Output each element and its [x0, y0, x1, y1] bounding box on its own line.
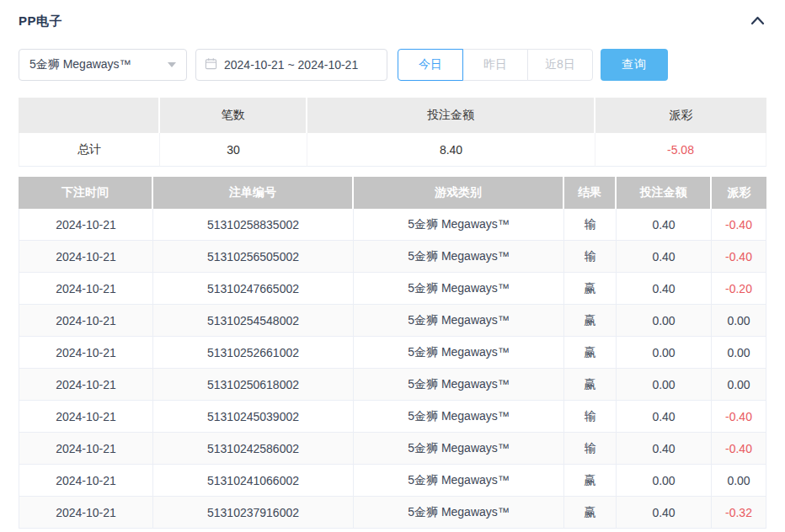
payout-cell: -0.40 — [712, 241, 766, 273]
summary-total-bet-amount: 8.40 — [307, 133, 595, 167]
game-type-cell: 5金狮 Megaways™ — [354, 305, 564, 337]
pp-electronics-panel: PP电子 5金狮 Megaways™ 2024-10-21 ~ 2024-10-… — [0, 0, 785, 529]
payout-cell: 0.00 — [712, 465, 766, 497]
bet-amount-cell: 0.40 — [617, 273, 712, 305]
panel-header: PP电子 — [19, 12, 766, 30]
game-type-cell: 5金狮 Megaways™ — [354, 433, 564, 465]
order-no-cell: 51310237916002 — [153, 497, 354, 529]
result-cell: 输 — [564, 241, 617, 273]
order-no-cell: 51310250618002 — [153, 369, 354, 401]
game-type-cell: 5金狮 Megaways™ — [354, 497, 564, 529]
game-type-cell: 5金狮 Megaways™ — [354, 465, 564, 497]
range-button-yesterday[interactable]: 昨日 — [462, 49, 528, 81]
date-range-input[interactable]: 2024-10-21 ~ 2024-10-21 — [195, 49, 387, 81]
chevron-down-icon — [168, 62, 176, 67]
filter-bar: 5金狮 Megaways™ 2024-10-21 ~ 2024-10-21 今日… — [19, 49, 766, 81]
payout-cell: -0.40 — [712, 401, 766, 433]
result-cell: 赢 — [564, 369, 617, 401]
page-title: PP电子 — [19, 13, 62, 29]
game-type-cell: 5金狮 Megaways™ — [354, 241, 564, 273]
bet-time-cell: 2024-10-21 — [19, 465, 153, 497]
payout-cell: 0.00 — [712, 337, 766, 369]
table-row: 2024-10-21513102379160025金狮 Megaways™赢0.… — [19, 497, 766, 529]
order-no-cell: 51310247665002 — [153, 273, 354, 305]
game-type-cell: 5金狮 Megaways™ — [354, 209, 564, 241]
search-button[interactable]: 查询 — [601, 49, 668, 81]
result-cell: 赢 — [564, 497, 617, 529]
date-range-value: 2024-10-21 ~ 2024-10-21 — [224, 58, 358, 72]
bet-amount-cell: 0.40 — [617, 209, 712, 241]
header-order-no: 注单编号 — [153, 177, 354, 209]
table-row: 2024-10-21513102450390025金狮 Megaways™输0.… — [19, 401, 766, 433]
bet-time-cell: 2024-10-21 — [19, 273, 153, 305]
summary-total-payout: -5.08 — [595, 133, 766, 167]
game-type-cell: 5金狮 Megaways™ — [354, 273, 564, 305]
result-cell: 赢 — [564, 337, 617, 369]
bet-time-cell: 2024-10-21 — [19, 337, 153, 369]
summary-table: 笔数 投注金额 派彩 总计 30 8.40 -5.08 — [19, 98, 766, 167]
result-cell: 输 — [564, 401, 617, 433]
summary-header-blank — [19, 98, 160, 133]
summary-header-count: 笔数 — [160, 98, 307, 133]
bet-time-cell: 2024-10-21 — [19, 433, 153, 465]
summary-header-payout: 派彩 — [595, 98, 766, 133]
range-button-last8days[interactable]: 近8日 — [527, 49, 593, 81]
collapse-button[interactable] — [748, 12, 766, 30]
bet-time-cell: 2024-10-21 — [19, 241, 153, 273]
result-cell: 赢 — [564, 465, 617, 497]
bet-time-cell: 2024-10-21 — [19, 305, 153, 337]
summary-header-row: 笔数 投注金额 派彩 — [19, 98, 766, 133]
game-type-cell: 5金狮 Megaways™ — [354, 401, 564, 433]
summary-total-row: 总计 30 8.40 -5.08 — [19, 133, 766, 167]
order-no-cell: 51310258835002 — [153, 209, 354, 241]
bet-time-cell: 2024-10-21 — [19, 497, 153, 529]
bet-amount-cell: 0.40 — [617, 241, 712, 273]
payout-cell: -0.40 — [712, 209, 766, 241]
result-cell: 赢 — [564, 305, 617, 337]
chevron-up-icon — [750, 15, 765, 28]
bet-amount-cell: 0.00 — [617, 369, 712, 401]
result-cell: 赢 — [564, 273, 617, 305]
summary-total-label: 总计 — [19, 133, 160, 167]
bet-time-cell: 2024-10-21 — [19, 401, 153, 433]
payout-cell: 0.00 — [712, 305, 766, 337]
bet-time-cell: 2024-10-21 — [19, 209, 153, 241]
order-no-cell: 51310241066002 — [153, 465, 354, 497]
header-bet-amount: 投注金额 — [617, 177, 712, 209]
table-row: 2024-10-21513102506180025金狮 Megaways™赢0.… — [19, 369, 766, 401]
bet-amount-cell: 0.00 — [617, 465, 712, 497]
table-row: 2024-10-21513102545480025金狮 Megaways™赢0.… — [19, 305, 766, 337]
bet-table-header-row: 下注时间 注单编号 游戏类别 结果 投注金额 派彩 — [19, 177, 766, 209]
payout-cell: -0.40 — [712, 433, 766, 465]
result-cell: 输 — [564, 209, 617, 241]
order-no-cell: 51310245039002 — [153, 401, 354, 433]
quick-range-group: 今日 昨日 近8日 — [398, 49, 593, 81]
payout-cell: 0.00 — [712, 369, 766, 401]
range-button-today[interactable]: 今日 — [398, 49, 463, 81]
header-result: 结果 — [564, 177, 617, 209]
game-type-cell: 5金狮 Megaways™ — [354, 337, 564, 369]
header-payout: 派彩 — [712, 177, 766, 209]
bet-amount-cell: 0.40 — [617, 401, 712, 433]
order-no-cell: 51310242586002 — [153, 433, 354, 465]
table-row: 2024-10-21513102588350025金狮 Megaways™输0.… — [19, 209, 766, 241]
summary-header-bet-amount: 投注金额 — [307, 98, 595, 133]
bet-amount-cell: 0.40 — [617, 433, 712, 465]
payout-cell: -0.20 — [712, 273, 766, 305]
calendar-icon — [205, 57, 217, 73]
bet-table-body: 2024-10-21513102588350025金狮 Megaways™输0.… — [19, 209, 766, 529]
bet-time-cell: 2024-10-21 — [19, 369, 153, 401]
game-select-value: 5金狮 Megaways™ — [29, 57, 131, 72]
bet-amount-cell: 0.40 — [617, 497, 712, 529]
header-bet-time: 下注时间 — [19, 177, 153, 209]
table-row: 2024-10-21513102476650025金狮 Megaways™赢0.… — [19, 273, 766, 305]
game-select[interactable]: 5金狮 Megaways™ — [19, 49, 187, 81]
table-row: 2024-10-21513102565050025金狮 Megaways™输0.… — [19, 241, 766, 273]
summary-total-count: 30 — [160, 133, 307, 167]
game-type-cell: 5金狮 Megaways™ — [354, 369, 564, 401]
order-no-cell: 51310252661002 — [153, 337, 354, 369]
bet-records-table: 下注时间 注单编号 游戏类别 结果 投注金额 派彩 2024-10-215131… — [19, 177, 766, 529]
payout-cell: -0.32 — [712, 497, 766, 529]
order-no-cell: 51310254548002 — [153, 305, 354, 337]
result-cell: 输 — [564, 433, 617, 465]
